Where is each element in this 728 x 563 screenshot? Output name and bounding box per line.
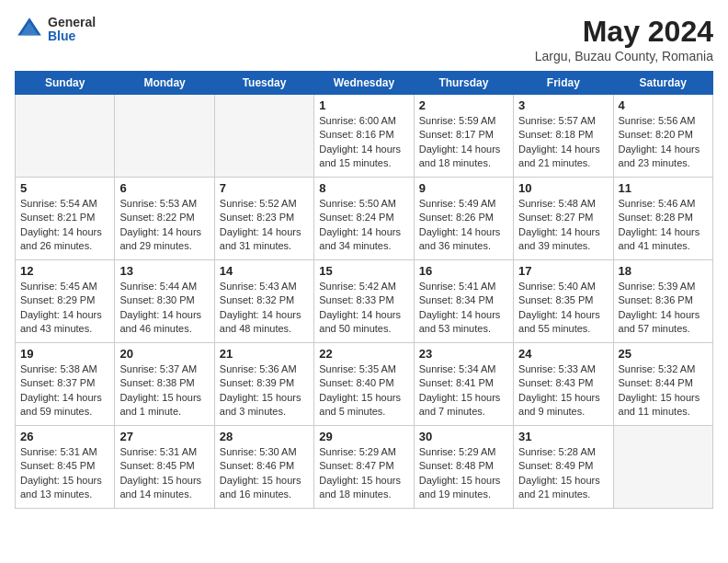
day-info: Sunrise: 5:36 AMSunset: 8:39 PMDaylight:… <box>220 362 309 419</box>
day-info: Sunrise: 5:40 AMSunset: 8:35 PMDaylight:… <box>518 280 608 337</box>
day-info: Sunrise: 5:49 AMSunset: 8:26 PMDaylight:… <box>419 197 508 254</box>
day-info: Sunrise: 5:54 AMSunset: 8:21 PMDaylight:… <box>20 197 109 254</box>
calendar-cell <box>613 426 712 509</box>
day-number: 6 <box>119 181 209 195</box>
logo-general-text: General <box>48 16 96 29</box>
day-info: Sunrise: 5:37 AMSunset: 8:38 PMDaylight:… <box>119 362 209 419</box>
calendar-cell: 29Sunrise: 5:29 AMSunset: 8:47 PMDayligh… <box>314 426 414 509</box>
calendar-cell <box>16 95 115 178</box>
calendar-cell: 19Sunrise: 5:38 AMSunset: 8:37 PMDayligh… <box>16 343 115 426</box>
header-friday: Friday <box>514 72 613 95</box>
day-info: Sunrise: 5:39 AMSunset: 8:36 PMDaylight:… <box>619 280 708 337</box>
day-info: Sunrise: 5:48 AMSunset: 8:27 PMDaylight:… <box>518 197 608 254</box>
day-number: 29 <box>319 430 408 443</box>
calendar-cell: 3Sunrise: 5:57 AMSunset: 8:18 PMDaylight… <box>514 95 613 178</box>
title-block: May 2024 Largu, Buzau County, Romania <box>535 15 713 63</box>
day-info: Sunrise: 5:50 AMSunset: 8:24 PMDaylight:… <box>319 197 408 254</box>
day-info: Sunrise: 5:52 AMSunset: 8:23 PMDaylight:… <box>220 197 309 254</box>
calendar-cell: 31Sunrise: 5:28 AMSunset: 8:49 PMDayligh… <box>514 426 613 509</box>
day-info: Sunrise: 5:31 AMSunset: 8:45 PMDaylight:… <box>119 445 209 502</box>
calendar-cell: 15Sunrise: 5:42 AMSunset: 8:33 PMDayligh… <box>314 260 414 343</box>
day-info: Sunrise: 5:34 AMSunset: 8:41 PMDaylight:… <box>419 362 508 419</box>
day-number: 20 <box>119 347 209 361</box>
day-number: 13 <box>119 264 209 278</box>
day-number: 1 <box>319 98 408 112</box>
calendar-cell: 21Sunrise: 5:36 AMSunset: 8:39 PMDayligh… <box>214 343 313 426</box>
calendar-header-row: Sunday Monday Tuesday Wednesday Thursday… <box>16 72 713 95</box>
day-info: Sunrise: 5:31 AMSunset: 8:45 PMDaylight:… <box>20 445 109 502</box>
calendar-cell: 4Sunrise: 5:56 AMSunset: 8:20 PMDaylight… <box>613 95 712 178</box>
day-number: 15 <box>319 264 408 278</box>
calendar-cell: 1Sunrise: 6:00 AMSunset: 8:16 PMDaylight… <box>314 95 414 178</box>
header-wednesday: Wednesday <box>314 72 414 95</box>
calendar-cell: 11Sunrise: 5:46 AMSunset: 8:28 PMDayligh… <box>613 178 712 260</box>
calendar-cell: 25Sunrise: 5:32 AMSunset: 8:44 PMDayligh… <box>613 343 712 426</box>
day-number: 24 <box>518 347 608 361</box>
header-thursday: Thursday <box>414 72 513 95</box>
calendar-table: Sunday Monday Tuesday Wednesday Thursday… <box>15 71 713 509</box>
week-row-5: 26Sunrise: 5:31 AMSunset: 8:45 PMDayligh… <box>16 426 713 509</box>
calendar-cell: 28Sunrise: 5:30 AMSunset: 8:46 PMDayligh… <box>214 426 313 509</box>
calendar-cell: 7Sunrise: 5:52 AMSunset: 8:23 PMDaylight… <box>214 178 313 260</box>
day-number: 14 <box>220 264 309 278</box>
header-monday: Monday <box>115 72 214 95</box>
logo-text: General Blue <box>48 16 96 44</box>
week-row-4: 19Sunrise: 5:38 AMSunset: 8:37 PMDayligh… <box>16 343 713 426</box>
day-number: 21 <box>220 347 309 361</box>
calendar-cell: 14Sunrise: 5:43 AMSunset: 8:32 PMDayligh… <box>214 260 313 343</box>
calendar-cell: 5Sunrise: 5:54 AMSunset: 8:21 PMDaylight… <box>16 178 115 260</box>
day-number: 30 <box>419 430 508 443</box>
calendar-cell: 30Sunrise: 5:29 AMSunset: 8:48 PMDayligh… <box>414 426 513 509</box>
calendar-cell: 13Sunrise: 5:44 AMSunset: 8:30 PMDayligh… <box>115 260 214 343</box>
calendar-cell: 2Sunrise: 5:59 AMSunset: 8:17 PMDaylight… <box>414 95 513 178</box>
day-number: 28 <box>220 430 309 443</box>
logo-icon <box>15 15 44 44</box>
day-number: 26 <box>20 430 109 443</box>
calendar-cell: 10Sunrise: 5:48 AMSunset: 8:27 PMDayligh… <box>514 178 613 260</box>
day-info: Sunrise: 5:42 AMSunset: 8:33 PMDaylight:… <box>319 280 408 337</box>
day-info: Sunrise: 5:28 AMSunset: 8:49 PMDaylight:… <box>518 445 608 502</box>
calendar-cell: 27Sunrise: 5:31 AMSunset: 8:45 PMDayligh… <box>115 426 214 509</box>
logo: General Blue <box>15 15 96 44</box>
header: General Blue May 2024 Largu, Buzau Count… <box>15 15 713 63</box>
title-month: May 2024 <box>535 15 713 49</box>
calendar-cell: 9Sunrise: 5:49 AMSunset: 8:26 PMDaylight… <box>414 178 513 260</box>
day-info: Sunrise: 5:38 AMSunset: 8:37 PMDaylight:… <box>20 362 109 419</box>
day-number: 12 <box>20 264 109 278</box>
week-row-2: 5Sunrise: 5:54 AMSunset: 8:21 PMDaylight… <box>16 178 713 260</box>
day-info: Sunrise: 5:41 AMSunset: 8:34 PMDaylight:… <box>419 280 508 337</box>
title-location: Largu, Buzau County, Romania <box>535 49 713 63</box>
day-info: Sunrise: 5:29 AMSunset: 8:47 PMDaylight:… <box>319 445 408 502</box>
day-number: 11 <box>619 181 708 195</box>
day-info: Sunrise: 5:32 AMSunset: 8:44 PMDaylight:… <box>619 362 708 419</box>
day-info: Sunrise: 5:44 AMSunset: 8:30 PMDaylight:… <box>119 280 209 337</box>
day-info: Sunrise: 5:56 AMSunset: 8:20 PMDaylight:… <box>619 114 708 171</box>
day-info: Sunrise: 5:35 AMSunset: 8:40 PMDaylight:… <box>319 362 408 419</box>
day-number: 9 <box>419 181 508 195</box>
day-number: 7 <box>220 181 309 195</box>
header-tuesday: Tuesday <box>214 72 313 95</box>
page-container: General Blue May 2024 Largu, Buzau Count… <box>15 15 713 509</box>
calendar-cell: 6Sunrise: 5:53 AMSunset: 8:22 PMDaylight… <box>115 178 214 260</box>
day-info: Sunrise: 5:45 AMSunset: 8:29 PMDaylight:… <box>20 280 109 337</box>
day-number: 17 <box>518 264 608 278</box>
day-number: 31 <box>518 430 608 443</box>
calendar-cell: 22Sunrise: 5:35 AMSunset: 8:40 PMDayligh… <box>314 343 414 426</box>
day-info: Sunrise: 6:00 AMSunset: 8:16 PMDaylight:… <box>319 114 408 171</box>
day-number: 10 <box>518 181 608 195</box>
day-number: 22 <box>319 347 408 361</box>
header-saturday: Saturday <box>613 72 712 95</box>
day-number: 2 <box>419 98 508 112</box>
calendar-cell: 23Sunrise: 5:34 AMSunset: 8:41 PMDayligh… <box>414 343 513 426</box>
calendar-cell <box>115 95 214 178</box>
calendar-cell: 8Sunrise: 5:50 AMSunset: 8:24 PMDaylight… <box>314 178 414 260</box>
calendar-cell: 20Sunrise: 5:37 AMSunset: 8:38 PMDayligh… <box>115 343 214 426</box>
day-number: 27 <box>119 430 209 443</box>
week-row-3: 12Sunrise: 5:45 AMSunset: 8:29 PMDayligh… <box>16 260 713 343</box>
day-info: Sunrise: 5:57 AMSunset: 8:18 PMDaylight:… <box>518 114 608 171</box>
day-info: Sunrise: 5:43 AMSunset: 8:32 PMDaylight:… <box>220 280 309 337</box>
day-number: 16 <box>419 264 508 278</box>
week-row-1: 1Sunrise: 6:00 AMSunset: 8:16 PMDaylight… <box>16 95 713 178</box>
calendar-cell: 16Sunrise: 5:41 AMSunset: 8:34 PMDayligh… <box>414 260 513 343</box>
calendar-cell: 12Sunrise: 5:45 AMSunset: 8:29 PMDayligh… <box>16 260 115 343</box>
